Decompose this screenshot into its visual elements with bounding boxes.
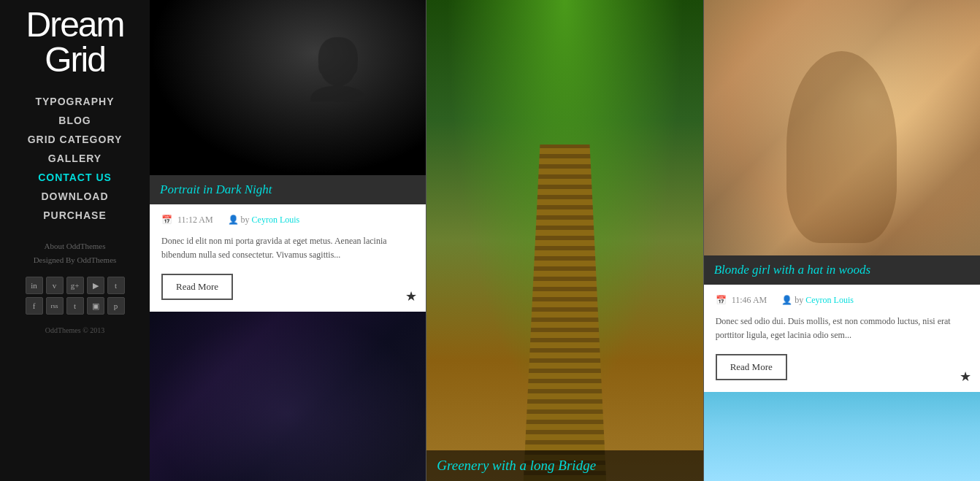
column-3: Blonde girl with a hat in woods 📅 11:46 … (703, 0, 980, 481)
user-icon: 👤 (228, 215, 239, 225)
card-meta-portrait: 📅 11:12 AM 👤 by Ceyron Louis (161, 215, 414, 226)
author-group: 👤 by Ceyron Louis (228, 215, 300, 226)
card-title-bar-portrait: Portrait in Dark Night (150, 175, 426, 204)
read-more-blonde[interactable]: Read More (716, 354, 787, 380)
nav-download[interactable]: DOWNLOAD (42, 191, 109, 202)
star-icon-blonde: ★ (960, 369, 971, 385)
bridge-bottom-bar: Greenery with a long Bridge (426, 450, 703, 481)
portrait-image (150, 0, 426, 175)
rss-icon[interactable]: rss (46, 297, 64, 315)
user-icon-blonde: 👤 (781, 295, 792, 305)
time-group-blonde: 📅 11:46 AM (716, 295, 767, 306)
site-logo: Dream Grid (26, 7, 123, 77)
calendar-icon: 📅 (161, 215, 172, 225)
card-bridge: Greenery with a long Bridge (426, 0, 703, 481)
sidebar-about: About OddThemes Designed By OddThemes (34, 239, 117, 266)
card-title-portrait: Portrait in Dark Night (160, 182, 272, 196)
by-label-blonde: by (795, 295, 803, 305)
facebook-icon[interactable]: f (26, 297, 43, 315)
post-time: 11:12 AM (177, 215, 213, 225)
twitter-icon[interactable]: t (107, 277, 125, 294)
nav-purchase[interactable]: PURCHASE (43, 209, 107, 221)
googleplus-icon[interactable]: g+ (66, 277, 84, 294)
card-meta-blonde: 📅 11:46 AM 👤 by Ceyron Louis (716, 295, 968, 306)
time-group: 📅 11:12 AM (161, 215, 213, 226)
card-title-bridge: Greenery with a long Bridge (437, 458, 596, 473)
vimeo-icon[interactable]: v (46, 277, 64, 294)
card-sky (704, 392, 980, 481)
main-content: Portrait in Dark Night 📅 11:12 AM 👤 by C… (150, 0, 980, 481)
nav-contact[interactable]: CONTACT US (38, 172, 112, 183)
card-body-portrait: 📅 11:12 AM 👤 by Ceyron Louis Donec id el… (150, 204, 426, 312)
card-hair-girl (150, 312, 426, 481)
column-1: Portrait in Dark Night 📅 11:12 AM 👤 by C… (150, 0, 426, 481)
sidebar: Dream Grid TYPOGRAPHY BLOG GRID CATEGORY… (0, 0, 150, 481)
social-icons-group: in v g+ ▶ t f rss t ▣ p (17, 277, 134, 315)
card-text-portrait: Donec id elit non mi porta gravida at eg… (161, 234, 414, 262)
author-group-blonde: 👤 by Ceyron Louis (781, 295, 854, 306)
instagram-icon[interactable]: ▣ (87, 297, 104, 315)
hair-girl-image (150, 312, 426, 481)
nav-gallery[interactable]: GALLERY (48, 153, 102, 164)
pinterest-icon[interactable]: p (107, 297, 125, 315)
nav-grid-category[interactable]: GRID CATEGORY (28, 134, 123, 145)
post-time-blonde: 11:46 AM (732, 295, 767, 305)
by-label: by (241, 215, 250, 225)
nav-blog[interactable]: BLOG (58, 115, 91, 126)
linkedin-icon[interactable]: in (26, 277, 43, 294)
copyright-text: OddThemes © 2013 (45, 326, 104, 334)
card-title-blonde: Blonde girl with a hat in woods (714, 263, 870, 277)
youtube-icon[interactable]: ▶ (87, 277, 104, 294)
main-nav: TYPOGRAPHY BLOG GRID CATEGORY GALLERY CO… (0, 92, 150, 225)
card-body-blonde: 📅 11:46 AM 👤 by Ceyron Louis Donec sed o… (704, 285, 980, 392)
author-link-blonde[interactable]: Ceyron Louis (805, 295, 854, 305)
nav-typography[interactable]: TYPOGRAPHY (35, 96, 114, 107)
card-portrait: Portrait in Dark Night 📅 11:12 AM 👤 by C… (150, 0, 426, 312)
star-icon-portrait: ★ (405, 288, 417, 304)
card-text-blonde: Donec sed odio dui. Duis mollis, est non… (716, 315, 968, 342)
calendar-icon-blonde: 📅 (716, 295, 727, 305)
tumblr-icon[interactable]: t (66, 297, 84, 315)
column-2: Greenery with a long Bridge (426, 0, 703, 481)
bridge-image (426, 0, 703, 481)
read-more-portrait[interactable]: Read More (161, 274, 233, 300)
author-link[interactable]: Ceyron Louis (252, 215, 300, 225)
card-title-bar-blonde: Blonde girl with a hat in woods (704, 255, 980, 285)
card-blonde: Blonde girl with a hat in woods 📅 11:46 … (704, 0, 980, 392)
sky-image (704, 392, 980, 481)
blonde-image (704, 0, 980, 255)
